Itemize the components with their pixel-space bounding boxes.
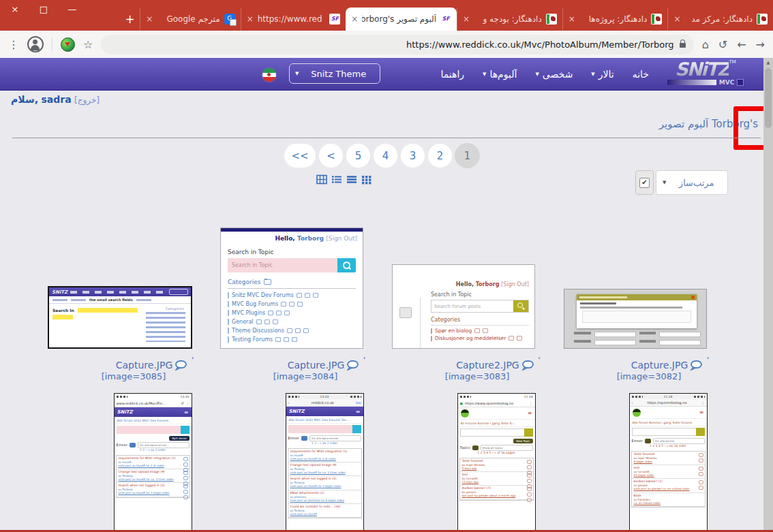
forum-name: General bbox=[232, 319, 254, 325]
window-minimize-button[interactable]: — bbox=[67, 4, 78, 14]
menu-item-forum[interactable]: ▼تالار bbox=[591, 69, 613, 80]
tab-datanegar-projects[interactable]: × دادهنگار: پروژه‌ها bbox=[562, 7, 668, 31]
logout-link[interactable]: [خروج] bbox=[74, 95, 100, 105]
pagination-page-3[interactable]: 3 bbox=[400, 143, 425, 168]
mini-snitz-logo: SNiTZ bbox=[52, 290, 67, 295]
photo-thumbnail-mobile-3[interactable]: 21:34 ●https://www.sporenbiolog.no⋮ ≡ Al… bbox=[457, 393, 536, 530]
pagination-prev-button[interactable]: < bbox=[318, 143, 344, 168]
checkbox-checked-icon[interactable]: ✔ bbox=[639, 178, 650, 188]
mini-category-lines bbox=[146, 312, 185, 342]
photo-name-link[interactable]: Capture2.JPG bbox=[456, 360, 519, 371]
grid-view-icon[interactable] bbox=[361, 174, 372, 185]
theme-dropdown-button[interactable]: ▼ Snitz Theme bbox=[289, 63, 380, 84]
tab-close-icon[interactable]: × bbox=[569, 14, 575, 24]
window-controls: × □ — bbox=[10, 4, 78, 14]
mini-icon bbox=[305, 293, 310, 298]
bookmark-star-icon[interactable]: ☆ bbox=[83, 38, 93, 51]
page-scrollbar[interactable]: ▲ bbox=[763, 58, 773, 532]
photo-thumbnail-mobile-4[interactable]: 21:34 ‹https://sporenbiolog.no⋮ ≡ Alle f… bbox=[629, 393, 708, 530]
photo-thumbnail-3082[interactable] bbox=[564, 289, 707, 349]
mini-link-bar bbox=[52, 299, 67, 301]
pagination-page-5[interactable]: 5 bbox=[346, 143, 371, 168]
mini-clock: 23:33 bbox=[320, 395, 329, 398]
photo-name-link[interactable]: Capture.JPG bbox=[116, 360, 173, 371]
new-tab-button[interactable]: + bbox=[120, 7, 140, 31]
frog-logo-icon bbox=[633, 409, 641, 417]
browser-menu-icon[interactable]: ⋮ bbox=[8, 38, 19, 51]
tab-photo-album-active[interactable]: × آلبوم تصویر Torborg's SF bbox=[346, 7, 457, 31]
photo-thumbnail-3085[interactable]: SNiTZ the small search fields Search In … bbox=[48, 286, 192, 349]
comment-bubble-icon[interactable] bbox=[690, 360, 702, 371]
mini-search-input bbox=[460, 428, 524, 437]
photo-thumbnail-3084[interactable]: Hello, Torborg [Sign Out] Search in Topi… bbox=[220, 228, 363, 349]
pagination-page-4[interactable]: 4 bbox=[373, 143, 398, 168]
iran-flag-icon[interactable] bbox=[262, 67, 277, 82]
filmstrip-view-icon[interactable] bbox=[316, 174, 327, 185]
photo-thumbnail-3083[interactable]: Hello, Torborg [Sign Out] Search in Topi… bbox=[392, 264, 535, 349]
photo-name-link[interactable]: Capture.JPG bbox=[288, 360, 345, 371]
tab-close-icon[interactable]: × bbox=[463, 14, 470, 24]
sort-dropdown[interactable]: ▼ مرتب‌ساز bbox=[656, 170, 728, 195]
tab-close-icon[interactable]: × bbox=[351, 14, 358, 24]
tab-datanegar-budget[interactable]: × دادهنگار: بودجه و bbox=[457, 7, 562, 31]
menu-item-help[interactable]: راهنما bbox=[440, 69, 464, 80]
profile-avatar-icon[interactable] bbox=[27, 36, 44, 52]
scrollbar-thumb[interactable] bbox=[765, 68, 772, 128]
window-close-button[interactable]: × bbox=[10, 4, 20, 14]
tab-close-icon[interactable]: × bbox=[247, 14, 254, 24]
forward-button[interactable]: → bbox=[756, 38, 765, 51]
menu-item-home[interactable]: خانه bbox=[633, 69, 649, 80]
toolbar-divider bbox=[52, 37, 52, 51]
mini-forum-item: Theme Discussions bbox=[228, 326, 356, 335]
comment-bubble-icon[interactable] bbox=[346, 360, 359, 371]
frog-logo-icon bbox=[461, 409, 469, 418]
mini-signout-link: [Sign Out] bbox=[501, 281, 529, 287]
details-view-icon[interactable] bbox=[346, 174, 357, 185]
mini-topic-row: EMail Attachments (2)av philstatasiste p… bbox=[288, 490, 361, 504]
scrollbar-up-arrow[interactable]: ▲ bbox=[763, 58, 773, 67]
greeting: سلام, sadra [خروج] bbox=[11, 94, 100, 105]
tab-close-icon[interactable]: × bbox=[146, 14, 153, 24]
back-button[interactable]: ← bbox=[737, 38, 746, 51]
menu-item-personal[interactable]: ▼شخصی bbox=[535, 69, 573, 80]
mini-action-label: Del bbox=[356, 401, 361, 405]
mini-search-label: Search in Topic bbox=[228, 249, 356, 255]
mini-breadcrumb: All Forums Komme i gang Teste fo… bbox=[458, 420, 535, 427]
mini-kebab-icon: ⋮ bbox=[186, 401, 190, 405]
mini-text-line bbox=[580, 302, 616, 304]
site-menu: راهنما ▼آلبوم‌ها ▼شخصی ▼تالار خانه bbox=[440, 58, 649, 90]
pagination-page-2[interactable]: 2 bbox=[427, 143, 453, 168]
list-view-icon[interactable] bbox=[331, 174, 342, 185]
mini-icon bbox=[527, 473, 532, 478]
pagination-first-button[interactable]: << bbox=[284, 143, 316, 168]
home-button[interactable]: ⌂ bbox=[702, 38, 709, 51]
tab-reddick[interactable]: × https://www.red SF bbox=[241, 7, 346, 31]
photo-thumbnail-mobile-1[interactable]: 23:35 www.reddick.co.uk/Mvc/For…↺⋮ SNiTZ… bbox=[114, 393, 192, 530]
mini-status-icons bbox=[694, 396, 705, 398]
sort-control: ✔ ▼ مرتب‌ساز bbox=[635, 170, 728, 195]
mini-icon bbox=[273, 319, 278, 324]
tab-datanegar-center[interactable]: × دادهنگار: مرکز مد bbox=[667, 7, 773, 31]
snitz-logo[interactable]: SNiTZTM MVC bbox=[654, 60, 757, 86]
tab-google-translate[interactable]: × مترجم Google G bbox=[140, 7, 240, 31]
photo-thumbnail-mobile-2[interactable]: 23:33 ‹reddick.co.ukDel SNiTZ≡ Alle foru… bbox=[286, 393, 364, 530]
pagination-page-1-active[interactable]: 1 bbox=[455, 143, 480, 168]
photo-name-link[interactable]: Capture.JPG bbox=[631, 360, 688, 371]
tab-close-icon[interactable]: × bbox=[673, 14, 680, 24]
idm-extension-icon[interactable] bbox=[61, 37, 75, 52]
album-cell: SNiTZ the small search fields Search In … bbox=[34, 219, 206, 381]
photo-caption: ، Capture.JPG bbox=[631, 360, 703, 371]
reload-button[interactable]: ↺ bbox=[718, 38, 727, 51]
comment-bubble-icon[interactable] bbox=[521, 360, 534, 371]
lock-icon[interactable] bbox=[680, 43, 686, 48]
menu-item-albums[interactable]: ▼آلبوم‌ها bbox=[483, 69, 517, 80]
tab-title: دادهنگار: بودجه و bbox=[474, 14, 542, 24]
comment-bubble-icon[interactable] bbox=[175, 360, 187, 371]
address-bar[interactable]: https://www.reddick.co.uk/Mvc/PhotoAlbum… bbox=[101, 35, 693, 54]
logo-gradient-bar bbox=[667, 80, 716, 85]
url-text[interactable]: https://www.reddick.co.uk/Mvc/PhotoAlbum… bbox=[406, 40, 674, 50]
logo-mvc-label: MVC bbox=[719, 80, 735, 86]
sort-checkbox-button[interactable]: ✔ bbox=[635, 170, 654, 195]
window-maximize-button[interactable]: □ bbox=[38, 4, 49, 14]
tab-strip: + × مترجم Google G × https://www.red SF … bbox=[120, 7, 773, 31]
